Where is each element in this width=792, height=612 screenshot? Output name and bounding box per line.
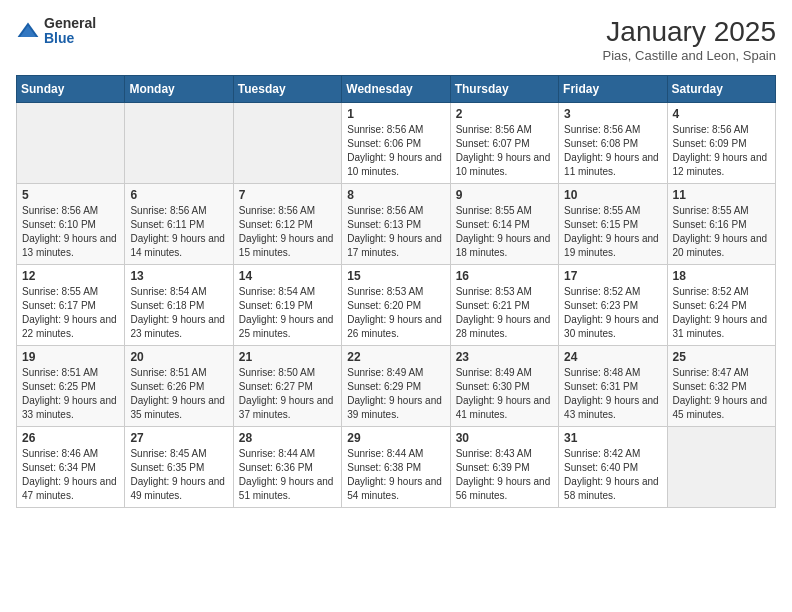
day-number: 29	[347, 431, 444, 445]
day-info: Sunrise: 8:44 AM Sunset: 6:36 PM Dayligh…	[239, 447, 336, 503]
calendar-cell: 14Sunrise: 8:54 AM Sunset: 6:19 PM Dayli…	[233, 265, 341, 346]
day-number: 21	[239, 350, 336, 364]
day-info: Sunrise: 8:44 AM Sunset: 6:38 PM Dayligh…	[347, 447, 444, 503]
calendar-cell: 28Sunrise: 8:44 AM Sunset: 6:36 PM Dayli…	[233, 427, 341, 508]
day-number: 13	[130, 269, 227, 283]
calendar-cell: 4Sunrise: 8:56 AM Sunset: 6:09 PM Daylig…	[667, 103, 775, 184]
calendar-cell: 22Sunrise: 8:49 AM Sunset: 6:29 PM Dayli…	[342, 346, 450, 427]
header-day-monday: Monday	[125, 76, 233, 103]
week-row-1: 1Sunrise: 8:56 AM Sunset: 6:06 PM Daylig…	[17, 103, 776, 184]
header-day-friday: Friday	[559, 76, 667, 103]
logo-icon	[16, 21, 40, 41]
day-number: 12	[22, 269, 119, 283]
calendar-cell: 26Sunrise: 8:46 AM Sunset: 6:34 PM Dayli…	[17, 427, 125, 508]
calendar-cell: 2Sunrise: 8:56 AM Sunset: 6:07 PM Daylig…	[450, 103, 558, 184]
day-number: 1	[347, 107, 444, 121]
day-number: 3	[564, 107, 661, 121]
calendar-cell: 21Sunrise: 8:50 AM Sunset: 6:27 PM Dayli…	[233, 346, 341, 427]
header-day-saturday: Saturday	[667, 76, 775, 103]
calendar-cell	[667, 427, 775, 508]
day-number: 31	[564, 431, 661, 445]
day-info: Sunrise: 8:49 AM Sunset: 6:29 PM Dayligh…	[347, 366, 444, 422]
day-info: Sunrise: 8:56 AM Sunset: 6:12 PM Dayligh…	[239, 204, 336, 260]
calendar-cell: 23Sunrise: 8:49 AM Sunset: 6:30 PM Dayli…	[450, 346, 558, 427]
header-day-sunday: Sunday	[17, 76, 125, 103]
day-number: 11	[673, 188, 770, 202]
calendar-cell: 7Sunrise: 8:56 AM Sunset: 6:12 PM Daylig…	[233, 184, 341, 265]
calendar-header: SundayMondayTuesdayWednesdayThursdayFrid…	[17, 76, 776, 103]
calendar-cell: 19Sunrise: 8:51 AM Sunset: 6:25 PM Dayli…	[17, 346, 125, 427]
day-number: 20	[130, 350, 227, 364]
month-title: January 2025	[603, 16, 776, 48]
day-number: 8	[347, 188, 444, 202]
day-number: 4	[673, 107, 770, 121]
logo-blue-text: Blue	[44, 31, 96, 46]
day-number: 10	[564, 188, 661, 202]
day-info: Sunrise: 8:54 AM Sunset: 6:18 PM Dayligh…	[130, 285, 227, 341]
calendar-body: 1Sunrise: 8:56 AM Sunset: 6:06 PM Daylig…	[17, 103, 776, 508]
header-day-wednesday: Wednesday	[342, 76, 450, 103]
day-number: 22	[347, 350, 444, 364]
day-info: Sunrise: 8:55 AM Sunset: 6:17 PM Dayligh…	[22, 285, 119, 341]
calendar-cell: 6Sunrise: 8:56 AM Sunset: 6:11 PM Daylig…	[125, 184, 233, 265]
day-info: Sunrise: 8:49 AM Sunset: 6:30 PM Dayligh…	[456, 366, 553, 422]
day-info: Sunrise: 8:56 AM Sunset: 6:11 PM Dayligh…	[130, 204, 227, 260]
calendar-cell: 20Sunrise: 8:51 AM Sunset: 6:26 PM Dayli…	[125, 346, 233, 427]
calendar-table: SundayMondayTuesdayWednesdayThursdayFrid…	[16, 75, 776, 508]
day-number: 19	[22, 350, 119, 364]
calendar-cell: 15Sunrise: 8:53 AM Sunset: 6:20 PM Dayli…	[342, 265, 450, 346]
day-number: 5	[22, 188, 119, 202]
day-info: Sunrise: 8:51 AM Sunset: 6:25 PM Dayligh…	[22, 366, 119, 422]
day-info: Sunrise: 8:55 AM Sunset: 6:14 PM Dayligh…	[456, 204, 553, 260]
calendar-cell: 9Sunrise: 8:55 AM Sunset: 6:14 PM Daylig…	[450, 184, 558, 265]
logo: General Blue	[16, 16, 96, 47]
week-row-5: 26Sunrise: 8:46 AM Sunset: 6:34 PM Dayli…	[17, 427, 776, 508]
day-info: Sunrise: 8:56 AM Sunset: 6:10 PM Dayligh…	[22, 204, 119, 260]
calendar-cell: 29Sunrise: 8:44 AM Sunset: 6:38 PM Dayli…	[342, 427, 450, 508]
day-number: 26	[22, 431, 119, 445]
day-info: Sunrise: 8:47 AM Sunset: 6:32 PM Dayligh…	[673, 366, 770, 422]
calendar-cell: 5Sunrise: 8:56 AM Sunset: 6:10 PM Daylig…	[17, 184, 125, 265]
day-info: Sunrise: 8:55 AM Sunset: 6:15 PM Dayligh…	[564, 204, 661, 260]
day-number: 23	[456, 350, 553, 364]
day-info: Sunrise: 8:51 AM Sunset: 6:26 PM Dayligh…	[130, 366, 227, 422]
day-info: Sunrise: 8:53 AM Sunset: 6:20 PM Dayligh…	[347, 285, 444, 341]
header-day-thursday: Thursday	[450, 76, 558, 103]
day-number: 2	[456, 107, 553, 121]
day-number: 18	[673, 269, 770, 283]
day-number: 27	[130, 431, 227, 445]
day-number: 16	[456, 269, 553, 283]
calendar-cell: 12Sunrise: 8:55 AM Sunset: 6:17 PM Dayli…	[17, 265, 125, 346]
calendar-cell: 30Sunrise: 8:43 AM Sunset: 6:39 PM Dayli…	[450, 427, 558, 508]
calendar-cell: 10Sunrise: 8:55 AM Sunset: 6:15 PM Dayli…	[559, 184, 667, 265]
week-row-4: 19Sunrise: 8:51 AM Sunset: 6:25 PM Dayli…	[17, 346, 776, 427]
day-info: Sunrise: 8:56 AM Sunset: 6:09 PM Dayligh…	[673, 123, 770, 179]
location-text: Pias, Castille and Leon, Spain	[603, 48, 776, 63]
day-info: Sunrise: 8:54 AM Sunset: 6:19 PM Dayligh…	[239, 285, 336, 341]
day-info: Sunrise: 8:56 AM Sunset: 6:13 PM Dayligh…	[347, 204, 444, 260]
calendar-cell: 1Sunrise: 8:56 AM Sunset: 6:06 PM Daylig…	[342, 103, 450, 184]
calendar-cell: 11Sunrise: 8:55 AM Sunset: 6:16 PM Dayli…	[667, 184, 775, 265]
calendar-cell: 13Sunrise: 8:54 AM Sunset: 6:18 PM Dayli…	[125, 265, 233, 346]
calendar-cell: 17Sunrise: 8:52 AM Sunset: 6:23 PM Dayli…	[559, 265, 667, 346]
day-info: Sunrise: 8:56 AM Sunset: 6:07 PM Dayligh…	[456, 123, 553, 179]
day-number: 9	[456, 188, 553, 202]
calendar-cell: 25Sunrise: 8:47 AM Sunset: 6:32 PM Dayli…	[667, 346, 775, 427]
day-info: Sunrise: 8:48 AM Sunset: 6:31 PM Dayligh…	[564, 366, 661, 422]
day-info: Sunrise: 8:52 AM Sunset: 6:24 PM Dayligh…	[673, 285, 770, 341]
calendar-cell: 24Sunrise: 8:48 AM Sunset: 6:31 PM Dayli…	[559, 346, 667, 427]
title-block: January 2025 Pias, Castille and Leon, Sp…	[603, 16, 776, 63]
calendar-cell: 31Sunrise: 8:42 AM Sunset: 6:40 PM Dayli…	[559, 427, 667, 508]
calendar-cell	[125, 103, 233, 184]
day-info: Sunrise: 8:42 AM Sunset: 6:40 PM Dayligh…	[564, 447, 661, 503]
day-info: Sunrise: 8:55 AM Sunset: 6:16 PM Dayligh…	[673, 204, 770, 260]
day-info: Sunrise: 8:43 AM Sunset: 6:39 PM Dayligh…	[456, 447, 553, 503]
day-number: 7	[239, 188, 336, 202]
header-day-tuesday: Tuesday	[233, 76, 341, 103]
day-info: Sunrise: 8:45 AM Sunset: 6:35 PM Dayligh…	[130, 447, 227, 503]
calendar-cell: 8Sunrise: 8:56 AM Sunset: 6:13 PM Daylig…	[342, 184, 450, 265]
day-number: 17	[564, 269, 661, 283]
page-header: General Blue January 2025 Pias, Castille…	[16, 16, 776, 63]
day-number: 14	[239, 269, 336, 283]
day-number: 30	[456, 431, 553, 445]
